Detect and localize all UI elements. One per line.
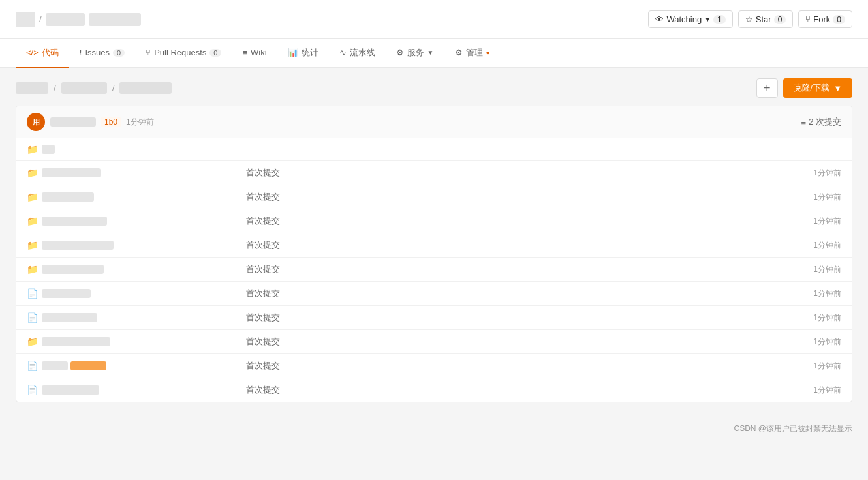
fork-button[interactable]: ⑂ Fork 0 <box>798 10 852 28</box>
file-name-cell: 📁 <box>27 264 236 275</box>
path-bar: / / + 克隆/下载 ▼ <box>16 78 852 98</box>
commit-hash[interactable]: 1b0 <box>101 117 121 127</box>
folder-icon: 📁 <box>27 264 38 275</box>
commit-msg-cell: 首次提交 <box>236 312 789 323</box>
folder-icon: 📁 <box>27 240 38 250</box>
file-name-blur-5 <box>42 289 91 298</box>
stats-icon: 📊 <box>288 48 298 57</box>
file-icon: 📄 <box>27 288 38 299</box>
path-seg-2-blur <box>119 82 172 94</box>
file-time-cell: 1分钟前 <box>789 288 841 299</box>
clone-label: 克隆/下载 <box>794 82 830 94</box>
tab-service-label: 服务 <box>407 47 424 59</box>
file-name-cell: 📁 <box>27 216 236 226</box>
tab-pipeline[interactable]: ∿ 流水线 <box>329 39 386 68</box>
file-name-blur-3 <box>42 241 114 250</box>
fork-count: 0 <box>833 15 845 24</box>
star-count: 0 <box>774 15 786 24</box>
tab-wiki[interactable]: ≡ Wiki <box>232 39 277 68</box>
tab-manage[interactable]: ⚙ 管理 ● <box>444 39 501 68</box>
tab-pulls-label: Pull Requests <box>154 48 206 57</box>
commit-time: 1分钟前 <box>126 117 154 128</box>
file-name-cell: 📁 <box>27 240 236 250</box>
tab-code[interactable]: </> 代码 <box>16 39 69 68</box>
file-name-blur-0 <box>42 168 101 177</box>
file-name-cell: 📁 <box>27 192 236 202</box>
issues-badge: 0 <box>113 49 125 57</box>
add-file-button[interactable]: + <box>756 78 778 98</box>
file-name-cell: 📁 <box>27 144 236 155</box>
path-sep-2: / <box>112 83 115 93</box>
path-actions: + 克隆/下载 ▼ <box>756 78 852 98</box>
commit-msg-cell: 首次提交 <box>236 239 789 251</box>
tab-service[interactable]: ⚙ 服务 ▼ <box>386 39 444 68</box>
commit-msg-cell: 首次提交 <box>236 288 789 299</box>
tab-pipeline-label: 流水线 <box>350 47 375 59</box>
commit-msg-cell: 首次提交 <box>236 191 789 203</box>
path-sep-1: / <box>54 83 56 93</box>
clone-download-button[interactable]: 克隆/下载 ▼ <box>783 78 853 98</box>
file-name-cell: 📄 <box>27 385 236 395</box>
file-row: 📁 首次提交 1分钟前 <box>16 330 852 354</box>
file-time-cell: 1分钟前 <box>789 337 841 348</box>
org-avatar <box>16 12 35 27</box>
footer: CSDN @该用户已被封禁无法显示 <box>0 413 868 445</box>
commit-count: ≡ 2 次提交 <box>801 116 841 128</box>
file-row: 📁 首次提交 1分钟前 <box>16 233 852 258</box>
branch-blur <box>16 82 48 94</box>
fork-label: Fork <box>813 14 830 24</box>
star-icon: ☆ <box>745 14 753 24</box>
folder-icon: 📁 <box>27 168 38 178</box>
plus-icon: + <box>764 82 771 95</box>
watching-count: 1 <box>713 15 726 24</box>
path-seg-1-blur <box>61 82 107 94</box>
file-time-cell: 1分钟前 <box>789 216 841 227</box>
watching-button[interactable]: 👁 Watching ▼ 1 <box>648 10 732 28</box>
avatar: 用 <box>27 113 45 131</box>
tab-issues[interactable]: ! Issues 0 <box>69 39 135 68</box>
repo-title: / <box>16 12 141 27</box>
service-icon: ⚙ <box>396 48 404 57</box>
file-time-cell: 1分钟前 <box>789 361 841 372</box>
file-name-blur-8a <box>42 361 68 370</box>
repo-extra-blur <box>89 13 141 26</box>
folder-icon: 📁 <box>27 192 38 202</box>
repo-logo: / <box>16 12 141 27</box>
tab-stats[interactable]: 📊 统计 <box>277 39 329 68</box>
file-row: 📄 首次提交 1分钟前 <box>16 378 852 402</box>
pipeline-icon: ∿ <box>339 48 347 57</box>
file-icon: 📄 <box>27 312 38 323</box>
star-button[interactable]: ☆ Star 0 <box>738 10 794 28</box>
file-row: 📁 首次提交 1分钟前 <box>16 258 852 282</box>
file-row: 📄 首次提交 1分钟前 <box>16 282 852 306</box>
file-name-blur-2 <box>42 217 107 226</box>
file-name-highlight <box>70 361 106 370</box>
nav-tabs: </> 代码 ! Issues 0 ⑂ Pull Requests 0 ≡ Wi… <box>0 39 868 68</box>
eye-icon: 👁 <box>655 14 664 24</box>
commit-msg-cell: 首次提交 <box>236 384 789 396</box>
file-name-cell: 📄 <box>27 288 236 299</box>
separator: / <box>39 14 42 24</box>
issues-icon: ! <box>80 48 82 57</box>
file-row: 📁 首次提交 1分钟前 <box>16 161 852 185</box>
file-name-blur-4 <box>42 265 104 274</box>
commit-count-icon: ≡ <box>801 117 807 127</box>
clone-dropdown-icon: ▼ <box>833 83 842 93</box>
repo-name-blur <box>46 13 85 26</box>
tab-manage-label: 管理 <box>466 47 483 59</box>
file-row: 📄 首次提交 1分钟前 <box>16 354 852 378</box>
file-name-blur-6 <box>42 313 97 322</box>
file-name-cell: 📄 <box>27 361 236 371</box>
tab-pulls[interactable]: ⑂ Pull Requests 0 <box>135 39 232 68</box>
file-row: 📁 首次提交 1分钟前 <box>16 185 852 209</box>
folder-icon: 📁 <box>27 144 38 155</box>
file-icon: 📄 <box>27 361 38 371</box>
file-time-cell: 1分钟前 <box>789 168 841 179</box>
commit-msg-cell: 首次提交 <box>236 360 789 372</box>
main-content: / / + 克隆/下载 ▼ 用 1b0 1分钟前 ≡ <box>0 68 868 413</box>
commit-msg-cell: 首次提交 <box>236 167 789 179</box>
file-time-cell: 1分钟前 <box>789 385 841 396</box>
file-time-cell: 1分钟前 <box>789 192 841 203</box>
file-row: 📄 首次提交 1分钟前 <box>16 306 852 330</box>
file-icon: 📄 <box>27 385 38 395</box>
